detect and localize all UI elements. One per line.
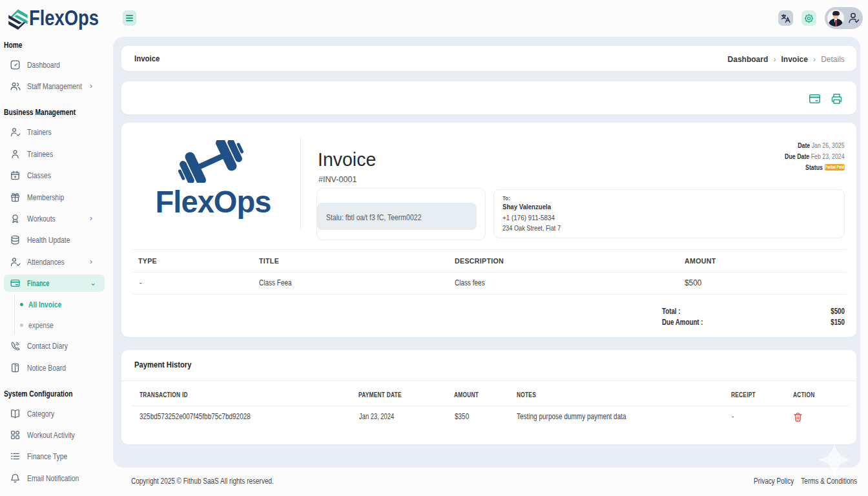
svg-text:Partial Paid: Partial Paid [825,165,845,170]
